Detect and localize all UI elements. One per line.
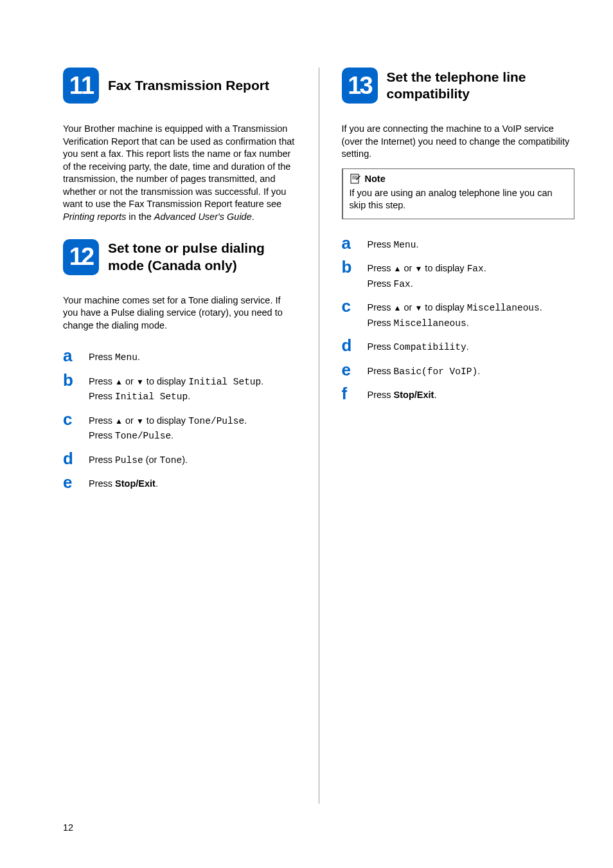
step-badge-11: 11	[63, 68, 99, 104]
step-12-e: e Press Stop/Exit.	[63, 474, 296, 491]
step-13-f: f Press Stop/Exit.	[342, 385, 575, 402]
text: Press	[89, 430, 115, 440]
body-text-part2: in the	[126, 212, 154, 222]
text: .	[466, 341, 469, 352]
mono-text: Tone/Pulse	[115, 431, 171, 441]
section-12-body: Your machine comes set for a Tone dialin…	[63, 294, 296, 332]
down-arrow-icon: ▼	[414, 264, 422, 273]
text: .	[138, 352, 140, 362]
bold-text: Stop/Exit	[394, 390, 434, 400]
step-13-b: b Press ▲ or ▼ to display Fax. Press Fax…	[342, 258, 575, 291]
step-12-b: b Press ▲ or ▼ to display Initial Setup.…	[63, 372, 296, 404]
step-letter-b: b	[342, 258, 368, 291]
text: to display	[144, 376, 188, 386]
mono-text: Fax	[467, 264, 484, 274]
text: or	[401, 263, 414, 273]
step-content: Press Menu.	[368, 235, 419, 252]
step-letter-f: f	[342, 385, 368, 402]
text: Press	[368, 278, 394, 289]
step-letter-c: c	[63, 411, 89, 444]
body-italic-2: Advanced User's Guide	[154, 212, 252, 222]
step-content: Press ▲ or ▼ to display Initial Setup. P…	[89, 372, 263, 404]
step-letter-e: e	[342, 361, 368, 379]
note-icon	[350, 173, 361, 185]
page-number: 12	[63, 822, 73, 833]
step-letter-e: e	[63, 474, 89, 491]
step-letter-a: a	[342, 235, 368, 252]
mono-text: Miscellaneous	[467, 303, 540, 313]
down-arrow-icon: ▼	[136, 377, 144, 386]
text: Press	[368, 263, 394, 273]
mono-text: Pulse	[115, 455, 143, 466]
step-letter-b: b	[63, 372, 89, 404]
text: .	[540, 302, 542, 312]
text: ).	[182, 455, 188, 465]
text: .	[411, 278, 413, 289]
step-13-e: e Press Basic(for VoIP).	[342, 361, 575, 379]
page-content: 11 Fax Transmission Report Your Brother …	[0, 0, 613, 804]
step-content: Press ▲ or ▼ to display Tone/Pulse. Pres…	[89, 411, 247, 444]
mono-text: Compatibility	[394, 342, 466, 352]
text: or	[123, 415, 136, 426]
step-13-d: d Press Compatibility.	[342, 337, 575, 354]
section-13-title: Set the telephone line compatibility	[387, 69, 575, 103]
mono-text: Menu	[394, 240, 416, 250]
step-content: Press ▲ or ▼ to display Fax. Press Fax.	[368, 258, 486, 291]
mono-text: Tone	[159, 455, 182, 466]
text: Press	[368, 318, 394, 328]
text: .	[261, 376, 263, 386]
step-13-a: a Press Menu.	[342, 235, 575, 252]
text: Press	[368, 390, 394, 400]
mono-text: Tone/Pulse	[188, 416, 244, 426]
step-letter-c: c	[342, 298, 368, 330]
down-arrow-icon: ▼	[136, 417, 144, 426]
up-arrow-icon: ▲	[394, 264, 402, 273]
up-arrow-icon: ▲	[394, 303, 402, 312]
text: Press	[368, 341, 394, 352]
text: or	[123, 376, 136, 386]
step-content: Press Basic(for VoIP).	[368, 361, 481, 379]
text: Press	[89, 478, 115, 489]
text: to display	[422, 302, 466, 312]
mono-text: Initial Setup	[188, 377, 261, 387]
text: .	[188, 391, 190, 401]
body-text-part3: .	[252, 212, 254, 222]
body-italic-1: Printing reports	[63, 212, 126, 222]
text: .	[244, 415, 247, 426]
step-content: Press ▲ or ▼ to display Miscellaneous. P…	[368, 298, 542, 330]
step-badge-12: 12	[63, 239, 99, 275]
note-text: If you are using an analog telephone lin…	[350, 187, 568, 212]
down-arrow-icon: ▼	[414, 303, 422, 312]
text: Press	[89, 391, 115, 401]
step-13-c: c Press ▲ or ▼ to display Miscellaneous.…	[342, 298, 575, 330]
text: .	[466, 318, 469, 328]
up-arrow-icon: ▲	[115, 377, 123, 386]
step-letter-d: d	[63, 450, 89, 467]
step-content: Press Stop/Exit.	[368, 385, 437, 402]
mono-text: Initial Setup	[115, 392, 188, 402]
text: Press	[89, 376, 115, 386]
text: .	[171, 430, 173, 440]
text: (or	[143, 455, 160, 465]
note-label: Note	[365, 174, 386, 184]
text: Press	[368, 302, 394, 312]
left-column: 11 Fax Transmission Report Your Brother …	[63, 68, 296, 804]
step-12-c: c Press ▲ or ▼ to display Tone/Pulse. Pr…	[63, 411, 296, 444]
section-11-body: Your Brother machine is equipped with a …	[63, 123, 296, 224]
text: .	[484, 263, 486, 273]
step-12-d: d Press Pulse (or Tone).	[63, 450, 296, 467]
text: or	[401, 302, 414, 312]
text: Press	[89, 352, 115, 362]
column-divider	[319, 68, 319, 804]
mono-text: Menu	[115, 352, 138, 363]
section-11-title: Fax Transmission Report	[108, 77, 269, 94]
right-column: 13 Set the telephone line compatibility …	[342, 68, 575, 804]
note-header: Note	[350, 173, 568, 185]
text: .	[155, 478, 158, 489]
text: .	[477, 366, 480, 376]
section-12-header: 12 Set tone or pulse dialing mode (Canad…	[63, 239, 296, 275]
body-text-part1: Your Brother machine is equipped with a …	[63, 123, 294, 209]
step-badge-13: 13	[342, 68, 378, 104]
text: to display	[422, 263, 466, 273]
section-13-header: 13 Set the telephone line compatibility	[342, 68, 575, 104]
